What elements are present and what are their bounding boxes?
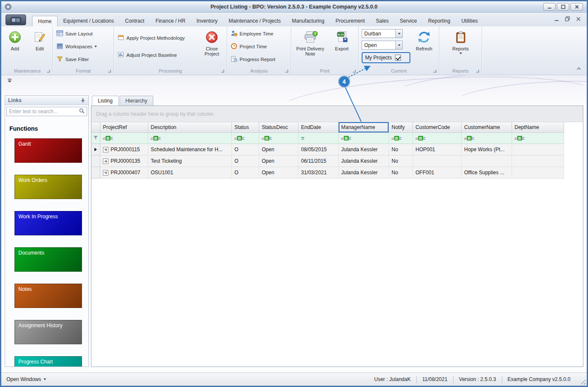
export-button[interactable]: XLSX Export — [330, 28, 354, 56]
application-button[interactable] — [6, 15, 26, 25]
function-button-assignment-history[interactable]: Assignment History — [15, 320, 82, 344]
open-windows-button[interactable]: Open Windows — [6, 376, 46, 382]
cell-notify[interactable]: No — [389, 144, 413, 155]
save-filter-button[interactable]: Save Filter — [55, 55, 111, 64]
ribbon-tab-procurement[interactable]: Procurement — [330, 16, 371, 26]
mdi-restore-icon[interactable] — [565, 16, 570, 23]
group-options-icon[interactable] — [353, 70, 356, 73]
cell-projectref[interactable]: PRJ0000115 — [100, 144, 148, 155]
column-header-managername[interactable]: ManagerName — [339, 122, 389, 133]
function-button-gantt[interactable]: Gantt — [15, 138, 82, 163]
apply-project-methodology-button[interactable]: Apply Project Methodology — [116, 34, 199, 42]
cell-enddate[interactable]: 08/05/2015 — [298, 144, 339, 155]
pin-icon[interactable] — [80, 98, 85, 103]
table-row[interactable]: PRJ0000407OSU1001OOpen31/03/2021Julanda … — [91, 167, 583, 179]
filter-cell-enddate[interactable]: = — [298, 133, 339, 144]
function-button-work-orders[interactable]: Work Orders — [15, 175, 82, 199]
cell-status[interactable]: O — [232, 155, 259, 167]
cell-statusdesc[interactable]: Open — [259, 155, 298, 167]
cell-statusdesc[interactable]: Open — [259, 144, 298, 155]
filter-cell-statusdesc[interactable]: aBc — [259, 133, 298, 144]
cell-statusdesc[interactable]: Open — [259, 167, 298, 179]
cell-managername[interactable]: Julanda Kessler — [339, 167, 389, 179]
filter-cell-customercode[interactable]: aBc — [413, 133, 462, 144]
quick-access-toggle[interactable] — [7, 78, 12, 84]
search-icon[interactable] — [79, 108, 85, 115]
cell-status[interactable]: O — [232, 144, 259, 155]
cell-deptname[interactable] — [512, 144, 564, 155]
cell-enddate[interactable]: 31/03/2021 — [298, 167, 339, 179]
ribbon-tab-sales[interactable]: Sales — [370, 16, 394, 26]
reports-button[interactable]: Reports — [447, 28, 474, 54]
expand-row-icon[interactable] — [103, 170, 108, 176]
column-header-notify[interactable]: Notify — [389, 122, 413, 133]
column-header-projectref[interactable]: ProjectRef — [100, 122, 148, 133]
cell-customercode[interactable]: OFF001 — [413, 167, 462, 179]
adjust-project-baseline-button[interactable]: Adjust Project Baseline — [116, 51, 199, 59]
site-combobox-dropdown[interactable] — [395, 29, 402, 38]
column-header-deptname[interactable]: DeptName — [512, 122, 564, 133]
table-row[interactable]: PRJ0000115Scheduled Maintenance for H...… — [91, 144, 583, 155]
resize-grip[interactable] — [580, 379, 585, 384]
status-combobox-dropdown[interactable] — [395, 41, 402, 49]
cell-description[interactable]: Test Ticketing — [148, 155, 232, 167]
cell-customername[interactable]: Hope Works (Pt... — [462, 144, 512, 155]
status-combobox[interactable]: Open — [362, 41, 403, 50]
function-button-documents[interactable]: Documents — [15, 247, 82, 272]
ribbon-tab-equipment-locations[interactable]: Equipment / Locations — [58, 16, 120, 26]
column-header-statusdesc[interactable]: StatusDesc — [259, 122, 298, 133]
edit-button[interactable]: Edit — [28, 28, 51, 51]
filter-cell-customername[interactable]: aBc — [462, 133, 512, 144]
group-options-icon[interactable] — [108, 70, 111, 73]
column-header-description[interactable]: Description — [148, 122, 232, 133]
mdi-minimize-icon[interactable] — [554, 17, 559, 23]
cell-description[interactable]: Scheduled Maintenance for H... — [148, 144, 232, 155]
ribbon-tab-service[interactable]: Service — [394, 16, 422, 26]
cell-projectref[interactable]: PRJ0000407 — [100, 167, 148, 179]
close-project-button[interactable]: Close Project — [200, 28, 224, 64]
expand-row-icon[interactable] — [103, 158, 108, 164]
cell-customername[interactable]: Office Supplies ... — [462, 167, 512, 179]
table-row[interactable]: PRJ0000135Test TicketingOOpen06/11/2015J… — [91, 155, 583, 167]
group-options-icon[interactable] — [476, 70, 479, 73]
save-layout-button[interactable]: Save Layout — [55, 29, 111, 38]
print-delivery-note-button[interactable]: ? Print Delivery Note — [296, 28, 325, 56]
workspaces-button[interactable]: Workspaces — [55, 42, 111, 51]
add-button[interactable]: Add — [3, 28, 26, 51]
group-options-icon[interactable] — [221, 70, 224, 73]
minimize-button[interactable] — [543, 3, 556, 11]
maximize-button[interactable] — [557, 3, 569, 11]
expand-row-icon[interactable] — [103, 147, 108, 152]
cell-status[interactable]: O — [232, 167, 259, 179]
tab-listing[interactable]: Listing — [92, 96, 119, 106]
ribbon-tab-manufacturing[interactable]: Manufacturing — [287, 16, 330, 26]
function-button-work-in-progress[interactable]: Work In Progress — [15, 211, 82, 235]
refresh-button[interactable]: Refresh — [412, 28, 436, 63]
search-input[interactable] — [9, 108, 79, 114]
cell-projectref[interactable]: PRJ0000135 — [100, 155, 148, 167]
ribbon-tab-reporting[interactable]: Reporting — [422, 16, 456, 26]
ribbon-tab-contract[interactable]: Contract — [120, 16, 150, 26]
cell-deptname[interactable] — [512, 167, 564, 179]
tab-hierarchy[interactable]: Hierarchy — [120, 96, 153, 106]
mdi-close-icon[interactable] — [576, 17, 581, 23]
cell-description[interactable]: OSU1001 — [148, 167, 232, 179]
cell-enddate[interactable]: 06/11/2015 — [298, 155, 339, 167]
project-time-button[interactable]: Project Time — [229, 42, 289, 51]
ribbon-tab-maintenance-projects[interactable]: Maintenance / Projects — [223, 16, 287, 26]
cell-customercode[interactable] — [413, 155, 462, 167]
column-header-customername[interactable]: CustomerName — [462, 122, 512, 133]
filter-cell-deptname[interactable]: aBc — [512, 133, 564, 144]
cell-customername[interactable] — [462, 155, 512, 167]
close-button[interactable] — [570, 3, 583, 11]
function-button-progress-chart[interactable]: Progress Chart — [15, 356, 82, 367]
cell-customercode[interactable]: HOP001 — [413, 144, 462, 155]
cell-notify[interactable]: No — [389, 155, 413, 167]
ribbon-tab-home[interactable]: Home — [32, 16, 58, 26]
filter-cell-status[interactable]: aBc — [232, 133, 259, 144]
my-projects-checkbox[interactable]: My Projects — [362, 52, 410, 63]
cell-deptname[interactable] — [512, 155, 564, 167]
group-options-icon[interactable] — [285, 70, 288, 73]
site-combobox[interactable]: Durban — [362, 29, 403, 38]
group-options-icon[interactable] — [47, 70, 50, 73]
